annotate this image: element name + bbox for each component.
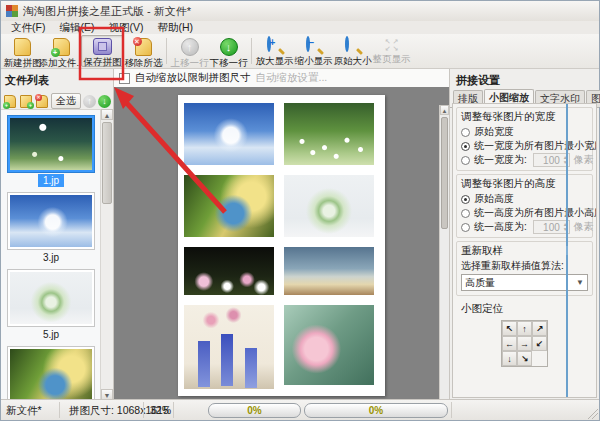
collage-page xyxy=(178,95,385,396)
zoom-out-button[interactable]: − 缩小显示 xyxy=(294,35,333,67)
menu-help[interactable]: 帮助(H) xyxy=(151,21,199,35)
new-collage-button[interactable]: 新建拼图 xyxy=(3,35,42,67)
actual-size-button[interactable]: 原始大小 xyxy=(333,35,372,67)
thumbnail-blue-dandelion[interactable] xyxy=(8,193,94,249)
status-separator xyxy=(59,402,60,418)
radio-icon[interactable] xyxy=(461,209,470,218)
position-top-icon[interactable]: ↑ xyxy=(517,321,532,336)
toolbar-separator xyxy=(166,38,167,64)
canvas-photo-pink-pompom[interactable] xyxy=(284,305,374,385)
settings-panel: 拼接设置 排版 小图缩放 文字水印 图片水印 调整每张图片的宽度 原始宽度 统一… xyxy=(449,69,599,400)
radio-original-height[interactable]: 原始高度 xyxy=(461,192,588,206)
add-files-button[interactable]: + 添加文件... xyxy=(42,35,81,67)
autoscale-checkbox[interactable] xyxy=(119,73,130,84)
menu-file[interactable]: 文件(F) xyxy=(5,21,51,35)
app-window: 淘淘图片拼接之星正式版 - 新文件* 文件(F) 编辑(E) 视图(V) 帮助(… xyxy=(0,0,600,421)
save-collage-icon xyxy=(92,38,114,55)
canvas-area: 自动缩放以限制拼图尺寸 自动缩放设置... ▲ xyxy=(114,69,449,400)
resample-group: 重新取样 选择重新取样插值算法: 高质量 ▼ xyxy=(456,241,593,296)
canvas-photo-blue-dandelion[interactable] xyxy=(184,103,274,165)
menu-bar: 文件(F) 编辑(E) 视图(V) 帮助(H) xyxy=(1,21,599,34)
move-down-icon[interactable]: ↓ xyxy=(98,95,111,108)
add-files-icon: + xyxy=(51,38,73,56)
position-center-icon[interactable] xyxy=(566,104,568,397)
status-separator xyxy=(173,402,174,418)
list-item[interactable]: 5.jp xyxy=(1,270,101,341)
radio-icon[interactable] xyxy=(461,223,470,232)
position-left-icon[interactable]: ← xyxy=(502,336,517,351)
remove-selected-button[interactable]: ✕ 移除所选 xyxy=(124,35,163,67)
menu-view[interactable]: 视图(V) xyxy=(102,21,149,35)
resample-group-title: 重新取样 xyxy=(461,244,588,258)
thumbnail-white-potted-flowers[interactable] xyxy=(8,270,94,326)
list-item[interactable]: 1.jp xyxy=(1,116,101,187)
file-name-label: 5.jp xyxy=(38,328,64,341)
position-bottom-right-icon[interactable]: ↘ xyxy=(517,351,532,366)
progress-bar-1: 0% xyxy=(208,403,301,418)
height-value-stepper[interactable]: 100 ▲▼ xyxy=(533,220,570,234)
toolbar-separator xyxy=(251,38,252,64)
radio-icon[interactable] xyxy=(461,128,470,137)
canvas-photo-night-flowers[interactable] xyxy=(184,247,274,295)
zoom-in-button[interactable]: + 放大显示 xyxy=(255,35,294,67)
add-folder-icon[interactable]: + xyxy=(19,95,33,108)
remove-file-icon[interactable]: ✕ xyxy=(35,95,49,108)
radio-uniform-min-height[interactable]: 统一高度为所有图片最小高度 xyxy=(461,206,588,220)
position-top-right-icon[interactable]: ↗ xyxy=(532,321,547,336)
file-list-scrollbar[interactable]: ▲ ▼ xyxy=(100,109,113,400)
title-bar: 淘淘图片拼接之星正式版 - 新文件* xyxy=(1,1,599,22)
position-top-left-icon[interactable]: ↖ xyxy=(502,321,517,336)
scroll-up-icon[interactable]: ▲ xyxy=(101,109,113,120)
position-bottom-left-icon[interactable]: ↙ xyxy=(532,336,547,351)
file-name-label: 1.jp xyxy=(38,174,64,187)
add-image-icon[interactable]: + xyxy=(3,95,17,108)
position-bottom-icon[interactable]: ↓ xyxy=(502,351,517,366)
scroll-up-icon[interactable]: ▲ xyxy=(440,105,449,115)
chevron-down-icon: ▼ xyxy=(576,278,584,287)
width-value-stepper[interactable]: 100 ▲▼ xyxy=(533,153,570,167)
window-title: 淘淘图片拼接之星正式版 - 新文件* xyxy=(23,4,191,19)
canvas-photo-girl-in-leaves[interactable] xyxy=(184,175,274,237)
radio-custom-width[interactable]: 统一宽度为: 100 ▲▼ 像素 xyxy=(461,153,588,167)
move-up-icon: ↑ xyxy=(83,95,96,108)
radio-icon[interactable] xyxy=(461,195,470,204)
collage-canvas[interactable]: ▲ xyxy=(114,87,449,400)
position-pad: ↖ ↑ ↗ ← → ↙ ↓ ↘ xyxy=(501,320,548,367)
scrollbar-thumb[interactable] xyxy=(102,122,112,204)
fit-page-icon: ↖ ↗↙ ↘ xyxy=(381,38,403,52)
canvas-photo-dandelion-meadow[interactable] xyxy=(284,103,374,165)
list-item[interactable]: 3.jp xyxy=(1,193,101,264)
radio-custom-height[interactable]: 统一高度为: 100 ▲▼ 像素 xyxy=(461,220,588,234)
thumbnail-dandelion-meadow[interactable] xyxy=(8,116,94,172)
resize-grip[interactable] xyxy=(588,409,598,419)
move-row-down-button[interactable]: ↓ 下移一行 xyxy=(209,35,248,67)
resample-algo-select[interactable]: 高质量 ▼ xyxy=(461,274,588,291)
actual-size-icon xyxy=(342,38,364,54)
menu-edit[interactable]: 编辑(E) xyxy=(53,21,100,35)
canvas-photo-white-potted-flowers[interactable] xyxy=(284,175,374,237)
list-item[interactable] xyxy=(1,347,101,400)
position-group-title: 小图定位 xyxy=(461,302,588,316)
position-right-icon[interactable]: → xyxy=(517,336,532,351)
canvas-photo-blue-bottles[interactable] xyxy=(184,305,274,389)
status-zoom-level: 32% xyxy=(150,404,171,416)
canvas-photo-book-and-vase[interactable] xyxy=(284,247,374,295)
radio-original-width[interactable]: 原始宽度 xyxy=(461,125,588,139)
select-all-button[interactable]: 全选 xyxy=(51,93,81,109)
radio-icon[interactable] xyxy=(461,156,470,165)
radio-icon[interactable] xyxy=(461,142,470,151)
autoscale-settings-link[interactable]: 自动缩放设置... xyxy=(256,71,328,85)
autoscale-label: 自动缩放以限制拼图尺寸 xyxy=(135,71,251,85)
height-group: 调整每张图片的高度 原始高度 统一高度为所有图片最小高度 统一高度为: 100 xyxy=(456,174,593,238)
thumbnail-girl-in-leaves[interactable] xyxy=(8,347,94,400)
scrollbar-thumb[interactable] xyxy=(441,117,448,229)
radio-uniform-min-width[interactable]: 统一宽度为所有图片最小宽度 xyxy=(461,139,588,153)
move-row-up-button: ↑ 上移一行 xyxy=(170,35,209,67)
zoom-out-icon: − xyxy=(303,38,325,54)
progress-bar-2: 0% xyxy=(304,403,448,418)
file-list: 1.jp 3.jp 5.jp xyxy=(1,109,101,400)
status-file-name: 新文件* xyxy=(6,404,42,418)
new-collage-icon xyxy=(12,38,34,56)
save-collage-button[interactable]: 保存拼图 xyxy=(81,35,124,67)
canvas-scrollbar[interactable]: ▲ xyxy=(439,105,449,400)
